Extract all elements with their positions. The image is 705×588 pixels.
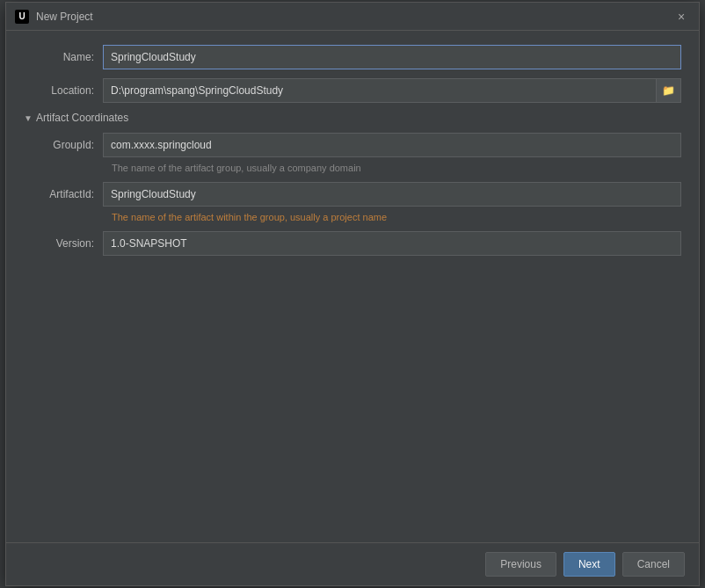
location-input[interactable] [103,78,657,103]
new-project-dialog: U New Project × Name: Location: 📁 [5,2,700,586]
artifactid-label: ArtifactId: [24,188,103,200]
groupid-label: GroupId: [24,139,103,151]
artifactid-input-wrapper [103,182,681,207]
groupid-row: GroupId: [24,133,681,157]
title-bar-left: U New Project [15,10,93,24]
name-label: Name: [24,51,103,63]
version-row: Version: [24,231,681,256]
location-input-wrapper: 📁 [103,78,681,103]
dialog-body: Name: Location: 📁 ▼ Artifact Coordinates… [6,31,699,542]
groupid-input[interactable] [103,133,681,157]
location-row: Location: 📁 [24,78,681,103]
groupid-hint: The name of the artifact group, usually … [112,163,681,173]
groupid-input-wrapper [103,133,681,157]
cancel-button[interactable]: Cancel [622,552,685,577]
folder-icon: 📁 [662,84,675,97]
collapse-triangle[interactable]: ▼ [24,113,33,123]
artifactid-row: ArtifactId: [24,182,681,207]
artifactid-input[interactable] [103,182,681,207]
version-input-wrapper [103,231,681,256]
content-area [24,265,681,528]
name-input[interactable] [103,45,681,69]
dialog-footer: Previous Next Cancel [6,542,699,585]
close-button[interactable]: × [672,8,690,25]
app-logo: U [15,10,29,24]
version-label: Version: [24,237,103,250]
dialog-title: New Project [36,11,93,23]
name-input-wrapper [103,45,681,69]
artifact-section-header: ▼ Artifact Coordinates [24,112,681,124]
name-row: Name: [24,45,681,69]
next-button[interactable]: Next [563,552,615,577]
browse-button[interactable]: 📁 [657,78,681,103]
location-label: Location: [24,84,103,97]
previous-button[interactable]: Previous [485,552,556,577]
artifactid-hint: The name of the artifact within the grou… [112,212,681,222]
title-bar: U New Project × [6,3,699,31]
version-input[interactable] [103,231,681,256]
artifact-section-title: Artifact Coordinates [36,112,128,124]
